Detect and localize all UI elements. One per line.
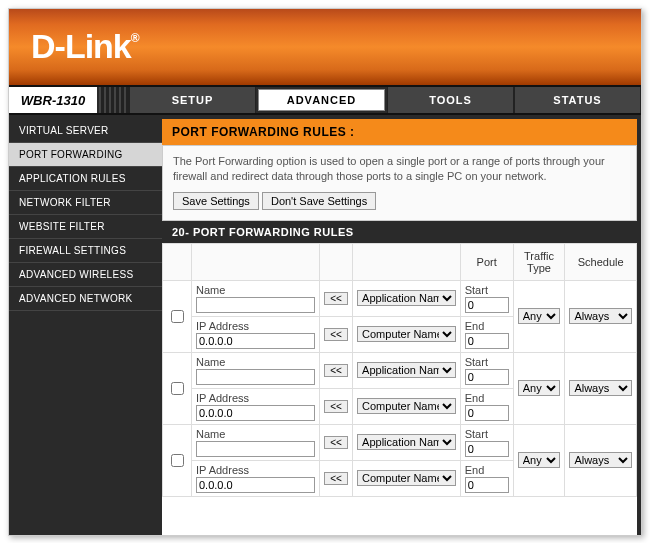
end-port-input[interactable]: [465, 333, 509, 349]
start-port-input[interactable]: [465, 369, 509, 385]
schedule-select[interactable]: Always: [569, 452, 632, 468]
brand-text: D-Link: [31, 27, 131, 65]
tab-advanced[interactable]: ADVANCED: [258, 89, 385, 111]
traffic-type-select[interactable]: Any: [518, 452, 561, 468]
schedule-select[interactable]: Always: [569, 380, 632, 396]
top-nav: WBR-1310 SETUP ADVANCED TOOLS STATUS: [9, 85, 641, 115]
description-text: The Port Forwarding option is used to op…: [173, 154, 626, 184]
application-name-select[interactable]: Application Name: [357, 290, 456, 306]
ip-label: IP Address: [196, 392, 315, 405]
name-label: Name: [196, 356, 315, 369]
start-label: Start: [465, 356, 509, 369]
info-box: The Port Forwarding option is used to op…: [162, 145, 637, 221]
col-copy: [320, 243, 353, 280]
sidebar: VIRTUAL SERVER PORT FORWARDING APPLICATI…: [9, 115, 162, 535]
model-number: WBR-1310: [9, 87, 99, 113]
ip-address-input[interactable]: [196, 477, 315, 493]
col-name: [192, 243, 320, 280]
rule-name-input[interactable]: [196, 369, 315, 385]
rule-name-input[interactable]: [196, 441, 315, 457]
copy-app-button[interactable]: <<: [324, 292, 348, 305]
sidebar-item-virtual-server[interactable]: VIRTUAL SERVER: [9, 119, 162, 143]
col-traffic-type: Traffic Type: [513, 243, 565, 280]
copy-app-button[interactable]: <<: [324, 364, 348, 377]
tab-setup[interactable]: SETUP: [129, 87, 256, 113]
name-label: Name: [196, 428, 315, 441]
copy-computer-button[interactable]: <<: [324, 400, 348, 413]
ip-address-input[interactable]: [196, 405, 315, 421]
sidebar-item-website-filter[interactable]: WEBSITE FILTER: [9, 215, 162, 239]
tab-tools[interactable]: TOOLS: [387, 87, 514, 113]
end-label: End: [465, 392, 509, 405]
start-port-input[interactable]: [465, 297, 509, 313]
sidebar-item-application-rules[interactable]: APPLICATION RULES: [9, 167, 162, 191]
rule-name-input[interactable]: [196, 297, 315, 313]
rule-enable-checkbox[interactable]: [171, 382, 184, 395]
end-port-input[interactable]: [465, 477, 509, 493]
copy-computer-button[interactable]: <<: [324, 472, 348, 485]
save-settings-button[interactable]: Save Settings: [173, 192, 259, 210]
computer-name-select[interactable]: Computer Name: [357, 398, 456, 414]
sidebar-item-advanced-network[interactable]: ADVANCED NETWORK: [9, 287, 162, 311]
end-label: End: [465, 464, 509, 477]
brand-logo: D-Link®: [31, 27, 139, 65]
end-port-input[interactable]: [465, 405, 509, 421]
col-preset: [353, 243, 461, 280]
page-title: PORT FORWARDING RULES :: [162, 119, 637, 145]
body-wrap: VIRTUAL SERVER PORT FORWARDING APPLICATI…: [9, 115, 641, 535]
col-schedule: Schedule: [565, 243, 637, 280]
computer-name-select[interactable]: Computer Name: [357, 470, 456, 486]
start-port-input[interactable]: [465, 441, 509, 457]
ip-address-input[interactable]: [196, 333, 315, 349]
application-name-select[interactable]: Application Name: [357, 434, 456, 450]
rule-enable-checkbox[interactable]: [171, 454, 184, 467]
router-admin-page: D-Link® WBR-1310 SETUP ADVANCED TOOLS ST…: [8, 8, 642, 536]
schedule-select[interactable]: Always: [569, 308, 632, 324]
sidebar-item-network-filter[interactable]: NETWORK FILTER: [9, 191, 162, 215]
ip-label: IP Address: [196, 464, 315, 477]
application-name-select[interactable]: Application Name: [357, 362, 456, 378]
sidebar-item-port-forwarding[interactable]: PORT FORWARDING: [9, 143, 162, 167]
port-forwarding-table: Port Traffic Type Schedule Name<<Applica…: [162, 243, 637, 497]
start-label: Start: [465, 284, 509, 297]
brand-banner: D-Link®: [9, 9, 641, 85]
start-label: Start: [465, 428, 509, 441]
rule-enable-checkbox[interactable]: [171, 310, 184, 323]
copy-app-button[interactable]: <<: [324, 436, 348, 449]
dont-save-settings-button[interactable]: Don't Save Settings: [262, 192, 376, 210]
nav-tabs: SETUP ADVANCED TOOLS STATUS: [129, 87, 641, 113]
col-checkbox: [163, 243, 192, 280]
sidebar-item-advanced-wireless[interactable]: ADVANCED WIRELESS: [9, 263, 162, 287]
col-port: Port: [460, 243, 513, 280]
nav-separator: [99, 87, 129, 113]
rules-title: 20- PORT FORWARDING RULES: [162, 221, 637, 243]
sidebar-item-firewall-settings[interactable]: FIREWALL SETTINGS: [9, 239, 162, 263]
traffic-type-select[interactable]: Any: [518, 308, 561, 324]
content-pane: PORT FORWARDING RULES : The Port Forward…: [162, 119, 637, 535]
copy-computer-button[interactable]: <<: [324, 328, 348, 341]
end-label: End: [465, 320, 509, 333]
traffic-type-select[interactable]: Any: [518, 380, 561, 396]
computer-name-select[interactable]: Computer Name: [357, 326, 456, 342]
tab-status[interactable]: STATUS: [514, 87, 641, 113]
name-label: Name: [196, 284, 315, 297]
ip-label: IP Address: [196, 320, 315, 333]
